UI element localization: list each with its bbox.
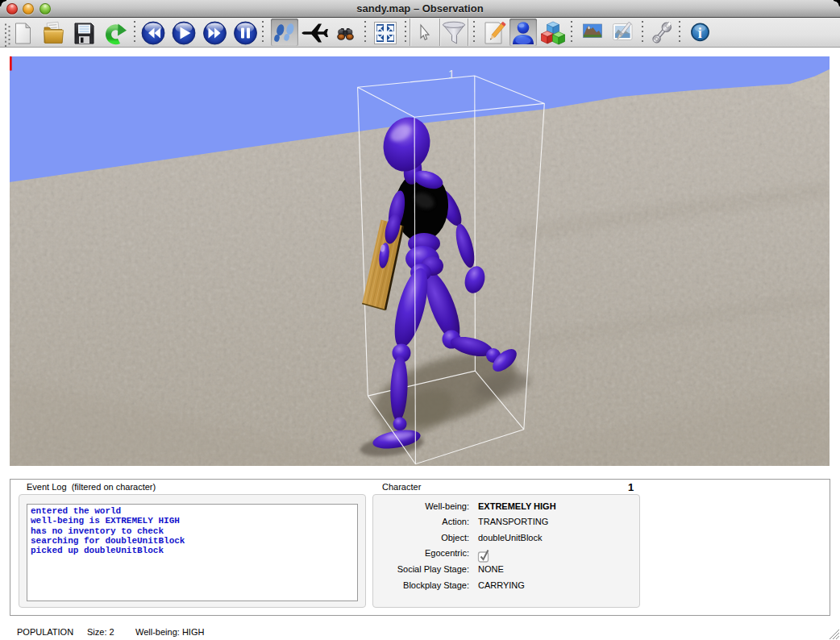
svg-text:1: 1 bbox=[448, 68, 455, 81]
svg-text:i: i bbox=[698, 25, 702, 41]
